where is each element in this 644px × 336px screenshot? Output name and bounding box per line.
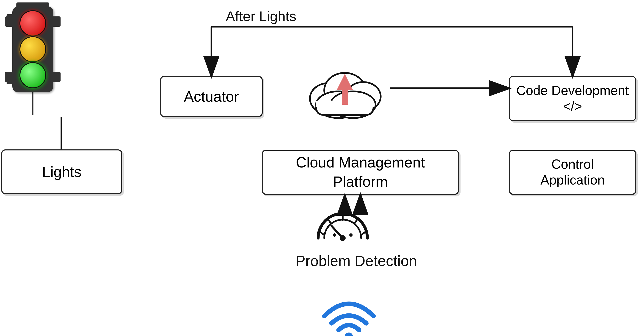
svg-point-14 [333,233,336,237]
svg-point-13 [340,235,346,241]
diagram-container: Lights Actuator Cloud ManagementPlatform… [0,0,644,336]
svg-point-16 [345,332,353,336]
cloud-icon [304,58,386,123]
problem-detection-label: Problem Detection [296,252,417,269]
svg-line-10 [355,220,357,223]
actuator-label: Actuator [184,88,239,105]
speedometer-icon [314,205,372,251]
traffic-light-yellow [20,36,46,62]
after-lights-label: After Lights [226,8,296,24]
wifi-icon [320,296,378,336]
code-development-box: Code Development</> [509,76,636,121]
lights-box: Lights [1,150,122,194]
svg-line-8 [328,220,331,223]
lights-label: Lights [42,163,82,180]
control-application-box: ControlApplication [509,150,636,195]
traffic-light-wrapper [12,6,53,115]
code-development-label: Code Development</> [516,83,629,114]
traffic-light-stem [32,92,34,115]
cloud-management-label: Cloud ManagementPlatform [296,153,425,191]
svg-line-7 [320,232,324,235]
traffic-light-icon [12,6,53,92]
actuator-box: Actuator [160,76,263,117]
traffic-light-green [20,62,46,88]
cloud-container [304,58,386,124]
control-application-label: ControlApplication [540,156,604,188]
svg-line-11 [361,232,365,235]
cloud-management-box: Cloud ManagementPlatform [262,150,459,195]
svg-point-15 [349,233,352,237]
traffic-light-red [20,10,46,36]
